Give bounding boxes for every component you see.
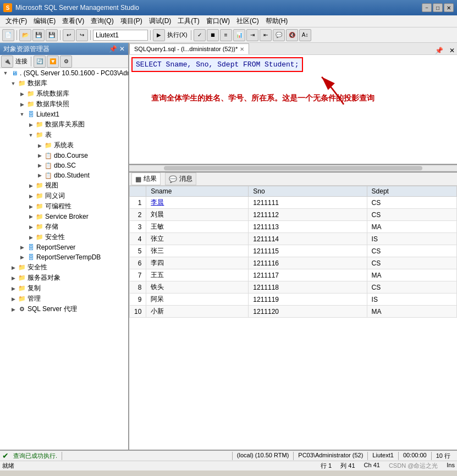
results-tab-results[interactable]: ▦ 结果	[131, 173, 161, 185]
tree-item-programmability[interactable]: ▶ 📁 可编程性	[0, 201, 128, 212]
scrollbar-thumb[interactable]	[164, 166, 422, 170]
indent-button[interactable]: ⇥	[246, 29, 258, 41]
menu-window[interactable]: 窗口(W)	[203, 15, 233, 27]
query-tab-active[interactable]: SQLQuery1.sql - (l...dministrator (52))*…	[129, 43, 249, 54]
tree-item-systables[interactable]: ▶ 📁 系统表	[0, 140, 128, 151]
sql-code-block[interactable]: SELECT Sname, Sno, Sdept FROM Student;	[131, 57, 303, 72]
dbdiagram-expander[interactable]: ▶	[26, 120, 35, 129]
close-button[interactable]: ✕	[444, 3, 454, 12]
maximize-button[interactable]: □	[433, 3, 443, 12]
tree-item-replication[interactable]: ▶ 📁 复制	[0, 283, 128, 294]
server-expander[interactable]: ▼	[1, 69, 10, 78]
security-root-expander[interactable]: ▶	[9, 263, 18, 272]
menu-edit[interactable]: 编辑(E)	[30, 15, 59, 27]
tab-pin-button[interactable]: 📌 ✕	[433, 47, 457, 54]
horizontal-scrollbar[interactable]	[129, 165, 457, 171]
tree-item-management[interactable]: ▶ 📁 管理	[0, 294, 128, 304]
dbsnap-expander[interactable]: ▶	[18, 100, 26, 109]
tree-item-reportServer[interactable]: ▶ 🗄 ReportServer	[0, 242, 128, 252]
close-tab-icon[interactable]: ✕	[447, 47, 457, 54]
window-controls[interactable]: － □ ✕	[422, 3, 454, 12]
serverObjects-expander[interactable]: ▶	[9, 274, 18, 283]
tree-item-reportServerTempDB[interactable]: ▶ 🗄 ReportServerTempDB	[0, 252, 128, 262]
comment-button[interactable]: 💬	[273, 29, 285, 41]
reportServerTempDB-expander[interactable]: ▶	[18, 253, 26, 262]
views-expander[interactable]: ▶	[26, 181, 35, 190]
connect-button[interactable]: 🔌	[1, 56, 13, 68]
replication-expander[interactable]: ▶	[9, 284, 18, 293]
tree-item-sqlAgent[interactable]: ▶ ⚙ SQL Server 代理	[0, 304, 128, 314]
storage-expander[interactable]: ▶	[26, 223, 35, 231]
close-panel-icon[interactable]: ✕	[119, 45, 125, 53]
menu-debug[interactable]: 调试(D)	[146, 15, 175, 27]
tree-item-views[interactable]: ▶ 📁 视图	[0, 180, 128, 191]
programmability-expander[interactable]: ▶	[26, 202, 35, 211]
tree-item-sysdbs[interactable]: ▶ 📁 系统数据库	[0, 88, 128, 99]
open-button[interactable]: 📂	[19, 29, 31, 41]
dboCourse-expander[interactable]: ▶	[35, 151, 44, 160]
cell-rownum: 7	[130, 269, 146, 281]
liutext1-expander[interactable]: ▼	[18, 110, 26, 119]
outdent-button[interactable]: ⇤	[260, 29, 272, 41]
systables-expander[interactable]: ▶	[35, 141, 44, 150]
parse-button[interactable]: ✓	[194, 29, 206, 41]
reportServer-expander[interactable]: ▶	[18, 243, 26, 252]
save-all-button[interactable]: 💾	[46, 29, 58, 41]
tree-item-databases[interactable]: ▼ 📁 数据库	[0, 78, 128, 88]
execute-label[interactable]: 执行(X)	[166, 31, 189, 39]
stop-button[interactable]: ⏹	[207, 29, 219, 41]
tree-item-synonyms[interactable]: ▶ 📁 同义词	[0, 191, 128, 201]
redo-button[interactable]: ↪	[76, 29, 88, 41]
tree-item-dbsnap[interactable]: ▶ 📁 数据库快照	[0, 99, 128, 109]
tree-item-serviceBroker[interactable]: ▶ 📁 Service Broker	[0, 212, 128, 222]
databases-expander[interactable]: ▼	[9, 79, 18, 88]
query-tab-close-icon[interactable]: ✕	[240, 46, 244, 52]
tables-expander[interactable]: ▼	[26, 131, 35, 140]
minimize-button[interactable]: －	[422, 3, 432, 12]
dboSC-expander[interactable]: ▶	[35, 161, 44, 170]
save-button[interactable]: 💾	[32, 29, 45, 41]
format-button[interactable]: A↕	[299, 29, 311, 41]
menu-community[interactable]: 社区(C)	[233, 15, 262, 27]
execute-button[interactable]: ▶	[153, 29, 165, 41]
menu-view[interactable]: 查看(V)	[59, 15, 87, 27]
tree-item-security-root[interactable]: ▶ 📁 安全性	[0, 262, 128, 273]
undo-button[interactable]: ↩	[63, 29, 75, 41]
tree-item-db-security[interactable]: ▶ 📁 安全性	[0, 232, 128, 242]
db-security-expander[interactable]: ▶	[26, 233, 35, 242]
sysdbs-expander[interactable]: ▶	[18, 90, 26, 98]
properties-button[interactable]: 📊	[233, 29, 245, 41]
tree-item-dbdiagram[interactable]: ▶ 📁 数据库关系图	[0, 119, 128, 130]
db-selector[interactable]: Liutext1	[93, 30, 148, 41]
tree-item-tables[interactable]: ▼ 📁 表	[0, 130, 128, 140]
tree-item-dboStudent[interactable]: ▶ 📋 dbo.Student	[0, 170, 128, 180]
menu-help[interactable]: 帮助(H)	[262, 15, 291, 27]
oe-settings-button[interactable]: ⚙	[60, 56, 72, 68]
connect-label[interactable]: 连接	[14, 57, 29, 65]
sqlAgent-expander[interactable]: ▶	[9, 305, 18, 314]
new-query-button[interactable]: 📄	[2, 29, 14, 41]
header-controls[interactable]: 📌 ✕	[109, 45, 125, 53]
results-button[interactable]: ≡	[220, 29, 232, 41]
menu-project[interactable]: 项目(P)	[117, 15, 146, 27]
filter-button[interactable]: 🔽	[47, 56, 59, 68]
pin-tab-icon[interactable]: 📌	[433, 47, 445, 54]
management-expander[interactable]: ▶	[9, 295, 18, 303]
management-label: 管理	[27, 294, 41, 303]
tree-item-liutext1[interactable]: ▼ 🗄 Liutext1	[0, 109, 128, 119]
dboStudent-expander[interactable]: ▶	[35, 171, 44, 180]
pin-icon[interactable]: 📌	[109, 45, 117, 53]
tree-item-dboCourse[interactable]: ▶ 📋 dbo.Course	[0, 151, 128, 160]
synonyms-expander[interactable]: ▶	[26, 192, 35, 201]
tree-item-serverObjects[interactable]: ▶ 📁 服务器对象	[0, 273, 128, 283]
menu-tools[interactable]: 工具(T)	[174, 15, 202, 27]
tree-item-storage[interactable]: ▶ 📁 存储	[0, 222, 128, 232]
tree-item-server[interactable]: ▼ 🖥 . (SQL Server 10.50.1600 - PC03\Admi…	[0, 68, 128, 78]
refresh-button[interactable]: 🔄	[34, 56, 46, 68]
menu-file[interactable]: 文件(F)	[2, 15, 30, 27]
results-tab-messages[interactable]: 💬 消息	[165, 173, 196, 185]
tree-item-dboSC[interactable]: ▶ 📋 dbo.SC	[0, 160, 128, 170]
menu-query[interactable]: 查询(Q)	[87, 15, 117, 27]
uncomment-button[interactable]: 🔇	[286, 29, 298, 41]
serviceBroker-expander[interactable]: ▶	[26, 212, 35, 221]
